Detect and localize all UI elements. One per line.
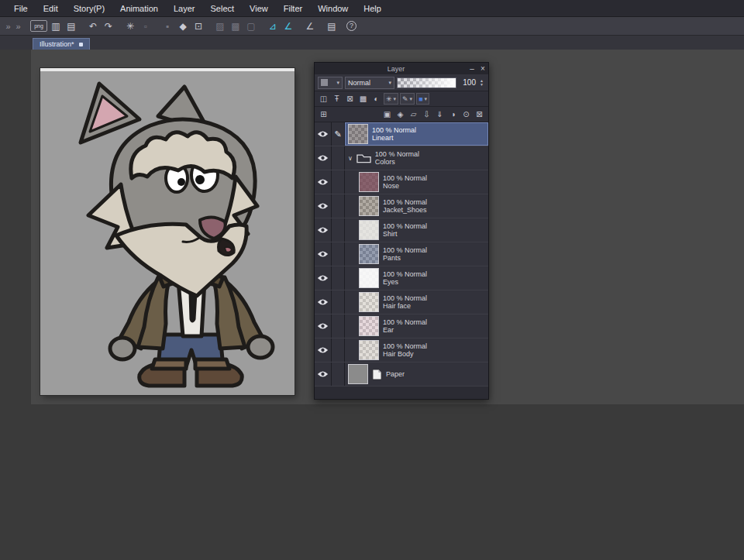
delete-layer-icon[interactable]: ⊠ (474, 108, 485, 120)
layer-row-content[interactable]: ∨ 100 % Normal Nose (345, 170, 488, 194)
layer-visibility-toggle[interactable] (315, 338, 332, 362)
layer-row-eyes[interactable]: ✎ ∨ 100 % Normal Eyes (315, 266, 488, 290)
menu-view[interactable]: View (242, 0, 276, 17)
canvas[interactable] (40, 68, 294, 395)
enable-mask-icon[interactable]: ◐ (370, 93, 382, 105)
palette-filter-combo[interactable]: ▾ (318, 77, 343, 89)
layer-row-content[interactable]: ∨ 100 % Normal Shirt (345, 218, 488, 242)
layer-visibility-toggle[interactable] (315, 218, 332, 242)
document-tab[interactable]: Illustration* (33, 38, 90, 50)
layer-thumbnail[interactable] (359, 244, 379, 264)
menu-help[interactable]: Help (356, 0, 389, 17)
layer-row-shirt[interactable]: ✎ ∨ 100 % Normal Shirt (315, 218, 488, 242)
layer-thumbnail[interactable] (359, 316, 379, 336)
create-layer-mask-icon[interactable]: ◑ (447, 108, 459, 120)
combine-to-lower-layer-icon[interactable]: ⇓ (434, 108, 446, 120)
layer-row-content[interactable]: ∨ 100 % Normal Hair Body (345, 338, 488, 362)
layer-row-hair-body[interactable]: ✎ ∨ 100 % Normal Hair Body (315, 338, 488, 362)
menu-edit[interactable]: Edit (36, 0, 66, 17)
layer-row-jacket-shoes[interactable]: ✎ ∨ 100 % Normal Jacket_Shoes (315, 194, 488, 218)
layer-visibility-toggle[interactable] (315, 290, 332, 314)
snap-to-grid-icon[interactable]: ∠ (303, 19, 317, 33)
vector-snap-icon[interactable]: ▩ (229, 19, 243, 33)
mask-display-combo[interactable]: ✎▾ (400, 93, 415, 105)
new-raster-layer-icon[interactable]: ▣ (381, 108, 393, 120)
layer-thumbnail[interactable] (359, 196, 379, 216)
snap-to-ruler-icon[interactable]: ⊿ (266, 19, 280, 33)
layer-visibility-toggle[interactable] (315, 146, 332, 170)
menu-window[interactable]: Window (310, 0, 356, 17)
layer-thumbnail[interactable] (348, 364, 368, 384)
folder-expand-arrow-icon[interactable]: ∨ (348, 155, 353, 162)
layer-visibility-toggle[interactable] (315, 266, 332, 290)
save-file-icon[interactable]: ▤ (64, 19, 78, 33)
blend-mode-select[interactable]: Normal ▾ (345, 77, 394, 89)
snap-to-special-ruler-icon[interactable]: ∠ (281, 19, 295, 33)
menu-animation[interactable]: Animation (112, 0, 166, 17)
layer-row-colors[interactable]: ✎ ∨ 100 % Normal Colors (315, 146, 488, 170)
layer-row-nose[interactable]: ✎ ∨ 100 % Normal Nose (315, 170, 488, 194)
redo-icon[interactable]: ↷ (102, 19, 115, 33)
layer-row-pants[interactable]: ✎ ∨ 100 % Normal Pants (315, 242, 488, 266)
material-panel-icon[interactable]: ▤ (325, 19, 339, 33)
layer-visibility-toggle[interactable] (315, 170, 332, 194)
layer-thumbnail[interactable] (359, 340, 379, 360)
layer-row-ear[interactable]: ✎ ∨ 100 % Normal Ear (315, 314, 488, 338)
menu-storyp[interactable]: Story(P) (66, 0, 112, 17)
layer-row-lineart[interactable]: ✎ ∨ 100 % Normal Lineart (315, 122, 488, 146)
close-panel-icon[interactable]: × (477, 64, 488, 73)
layer-visibility-toggle[interactable] (315, 122, 332, 146)
menu-select[interactable]: Select (203, 0, 243, 17)
deselect-icon[interactable]: ▫ (139, 19, 153, 33)
layer-row-hair-face[interactable]: ✎ ∨ 100 % Normal Hair face (315, 290, 488, 314)
layer-row-content[interactable]: ∨ 100 % Normal Hair face (345, 290, 488, 314)
mask-to-selection-icon[interactable]: ⊙ (460, 108, 472, 120)
new-file-icon[interactable]: png (30, 20, 47, 32)
new-vector-layer-icon[interactable]: ◈ (394, 108, 406, 120)
lock-transparent-pixel-icon[interactable]: ▩ (357, 93, 369, 105)
crop-icon[interactable]: ⊡ (191, 19, 205, 33)
layer-row-content[interactable]: ∨ 100 % Normal Eyes (345, 266, 488, 290)
layer-row-content[interactable]: ∨ 100 % Normal Colors (345, 146, 488, 170)
undo-icon[interactable]: ↶ (86, 19, 100, 33)
invert-selection-icon[interactable]: ▪ (160, 19, 174, 33)
lock-layer-icon[interactable]: ⊠ (344, 93, 356, 105)
layer-color-combo[interactable]: ■▾ (416, 93, 429, 105)
layer-thumbnail[interactable] (359, 268, 379, 288)
opacity-slider[interactable] (397, 77, 456, 88)
help-icon[interactable]: ? (346, 21, 356, 31)
layer-row-content[interactable]: ∨ 100 % Normal Ear (345, 314, 488, 338)
open-file-icon[interactable]: ▥ (49, 19, 63, 33)
layer-row-content[interactable]: ∨ 100 % Normal Jacket_Shoes (345, 194, 488, 218)
panel-list-view-icon[interactable]: ⊞ (318, 108, 329, 120)
opacity-stepper[interactable]: ▲ ▼ (478, 79, 485, 87)
layer-visibility-toggle[interactable] (315, 194, 332, 218)
grid-icon[interactable]: ▢ (244, 19, 258, 33)
draft-layer-icon[interactable]: Ŧ (331, 93, 343, 105)
layer-row-content[interactable]: ∨ 100 % Normal Pants (345, 242, 488, 266)
panel-overflow-icon[interactable]: » (4, 19, 12, 33)
minimize-panel-icon[interactable]: – (467, 64, 477, 73)
fill-icon[interactable]: ◆ (176, 19, 190, 33)
stepper-down-icon[interactable]: ▼ (478, 83, 485, 87)
menu-layer[interactable]: Layer (166, 0, 203, 17)
layer-panel-titlebar[interactable]: × Layer – × (315, 63, 488, 74)
layer-row-content[interactable]: ∨ 100 % Normal Lineart (345, 122, 488, 146)
layer-visibility-toggle[interactable] (315, 314, 332, 338)
layer-row-paper[interactable]: ✎ ∨ Paper (315, 362, 488, 387)
clear-icon[interactable]: ✳ (123, 19, 137, 33)
menu-filter[interactable]: Filter (276, 0, 310, 17)
menu-file[interactable]: File (6, 0, 36, 17)
layer-row-content[interactable]: ∨ Paper (345, 362, 488, 386)
layer-thumbnail[interactable] (359, 220, 379, 240)
clip-to-layer-below-icon[interactable]: ◫ (318, 93, 329, 105)
ruler-display-combo[interactable]: ✳▾ (384, 93, 398, 105)
transfer-to-lower-layer-icon[interactable]: ⇩ (421, 108, 432, 120)
layer-visibility-toggle[interactable] (315, 362, 332, 386)
panel-overflow-icon-2[interactable]: » (14, 19, 22, 33)
layer-thumbnail[interactable] (348, 124, 368, 144)
layer-visibility-toggle[interactable] (315, 242, 332, 266)
pen-pressure-icon[interactable]: ▨ (213, 19, 227, 33)
layer-thumbnail[interactable] (359, 172, 379, 192)
layer-thumbnail[interactable] (359, 292, 379, 312)
